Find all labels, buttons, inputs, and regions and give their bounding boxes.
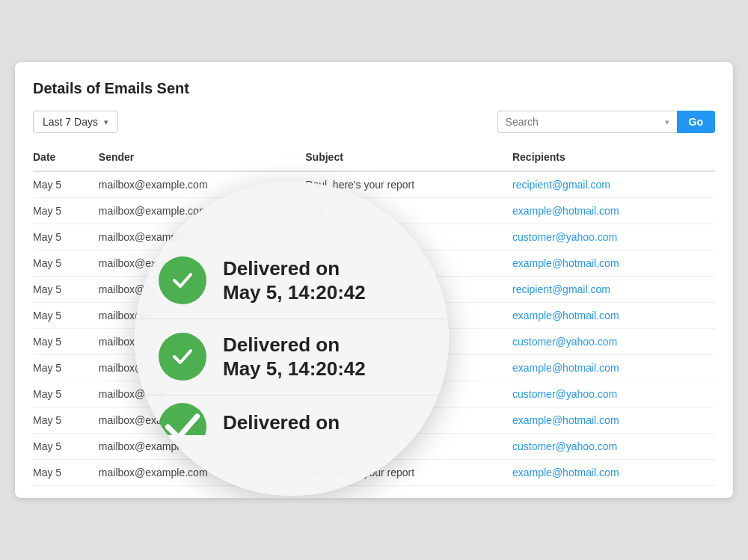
col-subject: Subject	[305, 145, 512, 171]
check-circle-2	[159, 333, 206, 381]
page-title: Details of Emails Sent	[33, 80, 715, 97]
cell-recipient[interactable]: example@hotmail.com	[512, 250, 715, 277]
cell-date: May 5	[33, 250, 99, 277]
cell-date: May 5	[33, 277, 99, 303]
go-button[interactable]: Go	[677, 111, 715, 133]
check-icon-3	[159, 403, 206, 435]
cell-recipient[interactable]: recipient@gmail.com	[512, 277, 715, 303]
check-icon-2	[169, 343, 196, 370]
cell-date: May 5	[33, 407, 99, 434]
recipient-link[interactable]: customer@yahoo.com	[512, 231, 617, 243]
cell-date: May 5	[33, 434, 99, 460]
search-area: ▾ Go	[497, 111, 715, 133]
cell-recipient[interactable]: example@hotmail.com	[512, 460, 715, 486]
cell-recipient[interactable]: customer@yahoo.com	[512, 381, 715, 407]
check-circle-3	[159, 403, 206, 435]
check-circle-1	[159, 256, 206, 304]
search-input[interactable]	[506, 116, 660, 128]
magnifier-text-3: Delivered on	[223, 409, 340, 435]
email-details-card: Details of Emails Sent Last 7 Days ▾ ▾ G…	[15, 62, 733, 498]
table-row: May 5mailbox@example.comRaul, here's you…	[33, 171, 715, 198]
recipient-link[interactable]: example@hotmail.com	[512, 257, 619, 269]
cell-recipient[interactable]: example@hotmail.com	[512, 407, 715, 434]
magnifier-overlay: Delivered on May 5, 14:20:42 Delivered o…	[135, 182, 449, 496]
cell-date: May 5	[33, 303, 99, 329]
magnifier-item-1: Delivered on May 5, 14:20:42	[135, 243, 449, 319]
col-recipients: Recipients	[512, 145, 715, 171]
cell-recipient[interactable]: customer@yahoo.com	[512, 434, 715, 460]
cell-date: May 5	[33, 224, 99, 250]
toolbar: Last 7 Days ▾ ▾ Go	[33, 111, 715, 133]
recipient-link[interactable]: customer@yahoo.com	[512, 440, 617, 452]
cell-date: May 5	[33, 355, 99, 381]
magnifier-text-1: Delivered on May 5, 14:20:42	[223, 256, 366, 305]
search-chevron-icon: ▾	[665, 117, 669, 127]
filter-dropdown[interactable]: Last 7 Days ▾	[33, 111, 118, 133]
recipient-link[interactable]: customer@yahoo.com	[512, 336, 617, 348]
recipient-link[interactable]: example@hotmail.com	[512, 414, 619, 426]
cell-recipient[interactable]: example@hotmail.com	[512, 303, 715, 329]
cell-recipient[interactable]: recipient@gmail.com	[512, 171, 715, 198]
recipient-link[interactable]: recipient@gmail.com	[512, 283, 610, 295]
col-sender: Sender	[99, 145, 305, 171]
recipient-link[interactable]: customer@yahoo.com	[512, 388, 617, 400]
cell-date: May 5	[33, 329, 99, 355]
recipient-link[interactable]: example@hotmail.com	[512, 362, 619, 374]
magnifier-item-2: Delivered on May 5, 14:20:42	[135, 319, 449, 395]
cell-date: May 5	[33, 198, 99, 224]
search-input-wrap: ▾	[497, 111, 677, 133]
cell-date: May 5	[33, 171, 99, 198]
cell-recipient[interactable]: example@hotmail.com	[512, 355, 715, 381]
filter-chevron-icon: ▾	[104, 117, 108, 127]
cell-recipient[interactable]: customer@yahoo.com	[512, 224, 715, 250]
recipient-link[interactable]: recipient@gmail.com	[512, 179, 610, 191]
check-icon-1	[169, 267, 196, 294]
col-date: Date	[33, 145, 99, 171]
filter-label: Last 7 Days	[43, 116, 98, 128]
cell-date: May 5	[33, 460, 99, 486]
recipient-link[interactable]: example@hotmail.com	[512, 205, 619, 217]
magnifier-item-3-partial: Delivered on	[135, 395, 449, 435]
cell-recipient[interactable]: customer@yahoo.com	[512, 329, 715, 355]
recipient-link[interactable]: example@hotmail.com	[512, 310, 619, 321]
table-header-row: Date Sender Subject Recipients	[33, 145, 715, 171]
magnifier-text-2: Delivered on May 5, 14:20:42	[223, 333, 366, 381]
cell-recipient[interactable]: example@hotmail.com	[512, 198, 715, 224]
recipient-link[interactable]: example@hotmail.com	[512, 467, 619, 479]
cell-date: May 5	[33, 381, 99, 407]
